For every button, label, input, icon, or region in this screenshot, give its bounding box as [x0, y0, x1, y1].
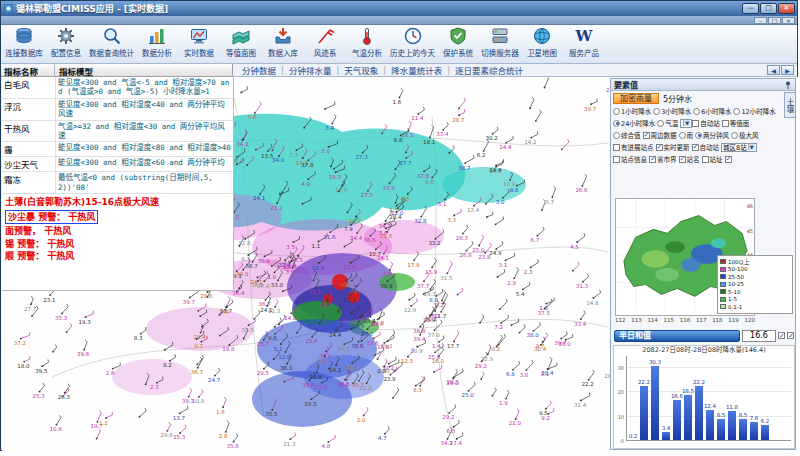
halfday-checkbox-2[interactable]	[787, 332, 794, 339]
svg-text:5.1: 5.1	[274, 346, 283, 352]
svg-text:1.9: 1.9	[499, 400, 508, 406]
toolbar-button-server[interactable]: 切换服务器	[479, 26, 521, 62]
tab-2[interactable]: 分钟排水量	[284, 64, 337, 76]
toolbar-button-wind[interactable]: 风迹系	[304, 26, 346, 62]
svg-text:12.8: 12.8	[278, 354, 291, 360]
tab-1[interactable]: 分钟数据	[237, 64, 281, 76]
svg-text:14.8: 14.8	[586, 300, 599, 306]
check-自动站[interactable]: 自动站	[692, 142, 720, 152]
indicator-model-cell: 气温>=32 and 相对湿度<30 and 两分钟平均风速	[56, 121, 233, 142]
check-省市界[interactable]: 省市界	[649, 154, 677, 164]
encrypted-rain-button[interactable]: 加密雨量	[613, 93, 659, 104]
radio-1小时降水[interactable]: 1小时降水	[613, 106, 651, 116]
alert-line: 锡 预警： 干热风	[5, 238, 230, 251]
svg-text:37.0: 37.0	[427, 332, 440, 338]
toolbar-button-realtime[interactable]: 实时数据	[178, 26, 220, 62]
toolbar-button-contour[interactable]: 等值面图	[220, 26, 262, 62]
radio-气温[interactable]: 气温	[657, 118, 678, 128]
check-站名[interactable]: 站名	[679, 154, 700, 164]
pin-icon[interactable]	[784, 81, 792, 89]
checkbox-indicator	[613, 156, 620, 163]
table-row[interactable]: 浮沉能见度<300 and 相对湿度<40 and 两分钟平均风速	[2, 99, 233, 121]
content-area: 25.020.01.333.723.927.70.611.129.236.228…	[2, 77, 798, 451]
lat-tick: 45	[747, 228, 753, 234]
minimize-button[interactable]: —	[742, 3, 759, 14]
mdi-restore-button[interactable]: □	[768, 17, 781, 24]
soil-tab[interactable]: 土壤	[784, 92, 795, 118]
toolbar-button-analysis[interactable]: 数据分析	[136, 26, 178, 62]
svg-text:35.5: 35.5	[352, 382, 365, 388]
radio-24小时降水[interactable]: 24小时降水	[613, 118, 655, 128]
radio-6小时降水[interactable]: 6小时降水	[693, 106, 731, 116]
tab-4[interactable]: 降水量统计表	[386, 64, 447, 76]
check-自动站[interactable]: 自动站	[692, 118, 720, 128]
chart-bar: 8.5	[717, 419, 725, 440]
mdi-minimize-button[interactable]: –	[754, 17, 767, 24]
chart-ytick: 30	[614, 365, 624, 371]
contour-icon	[231, 26, 251, 46]
toolbar-button-satellite[interactable]: 卫星地图	[521, 26, 563, 62]
tab-strip: 分钟数据|分钟排水量|天气现象|降水量统计表|逐日要素综合统计 ◀ ▶	[233, 64, 797, 77]
radio-indicator	[613, 132, 620, 139]
tab-5[interactable]: 逐日要素综合统计	[450, 64, 528, 76]
toolbar-button-import[interactable]: 数据入库	[262, 26, 304, 62]
toolbar-button-temperature[interactable]: 气温分析	[346, 26, 388, 62]
radio-雨[interactable]: 雨	[679, 130, 694, 140]
table-row[interactable]: 霜冻最低气温<0 and (substring(日期时间,5,2))'08'	[2, 172, 233, 194]
table-row[interactable]: 白毛风能见度<300 and 气温<-5 and 相对湿度>70 and (气温…	[2, 77, 233, 99]
toolbar-button-gear[interactable]: 配置信息	[45, 26, 87, 62]
check-有进展站点[interactable]: 有进展站点	[613, 142, 654, 152]
svg-text:22.0: 22.0	[509, 420, 522, 426]
alert-line: 沙尘暴 预警： 干热风	[5, 210, 98, 225]
svg-text:5.1: 5.1	[438, 201, 447, 207]
five-minute-label[interactable]: 5分钟水	[663, 93, 692, 104]
table-row[interactable]: 沙尘天气能见度<300 and 相对湿度<60 and 两分钟平均	[2, 157, 233, 172]
svg-text:12.9: 12.9	[404, 307, 417, 313]
svg-text:6.8: 6.8	[506, 371, 515, 377]
tab-scroll-right-button[interactable]: ▶	[781, 65, 794, 75]
svg-text:25.0: 25.0	[472, 247, 485, 253]
mdi-close-button[interactable]: ×	[782, 17, 795, 24]
check-站点信息[interactable]: 站点信息	[613, 154, 647, 164]
toolbar-button-database[interactable]: 连接数据库	[3, 26, 45, 62]
table-row[interactable]: 干热风气温>=32 and 相对湿度<30 and 两分钟平均风速	[2, 121, 233, 143]
radio-3小时降水[interactable]: 3小时降水	[653, 106, 691, 116]
halfday-checkbox-1[interactable]	[778, 332, 785, 339]
radio-极大风[interactable]: 极大风	[731, 130, 759, 140]
radio-综合值[interactable]: 综合值	[613, 130, 641, 140]
tab-3[interactable]: 天气现象	[339, 64, 383, 76]
close-button[interactable]: ✕	[778, 3, 795, 14]
radio-12小时降水[interactable]: 12小时降水	[733, 106, 775, 116]
toolbar-button-search[interactable]: 数据查询统计	[87, 26, 136, 62]
tab-scroll-left-button[interactable]: ◀	[767, 65, 780, 75]
svg-text:37.2: 37.2	[14, 340, 26, 346]
dropdown[interactable]: ▼	[680, 119, 692, 128]
toolbar-button-products[interactable]: W服务产品	[563, 26, 605, 62]
chart-ytick: 20	[614, 389, 624, 395]
check-实时更新[interactable]: 实时更新	[656, 142, 690, 152]
check-周边数据[interactable]: 周边数据	[643, 130, 677, 140]
chart-bar: 22.2	[695, 386, 703, 440]
check-站址[interactable]: 站址	[702, 154, 723, 164]
svg-text:33.2: 33.2	[428, 240, 440, 246]
legend-label: 10-25	[728, 281, 744, 287]
svg-text:13.5: 13.5	[261, 153, 274, 159]
radio-两分钟风[interactable]: 两分钟风	[695, 130, 729, 140]
chart-bar-value: 18.5	[680, 388, 696, 394]
search-icon	[102, 26, 122, 46]
toolbar-button-shield[interactable]: 保护系统	[437, 26, 479, 62]
svg-text:35.5: 35.5	[265, 411, 278, 417]
table-row[interactable]: 霾能见度<300 and 相对湿度<80 and 相对湿度>40	[2, 142, 233, 157]
svg-text:14.4: 14.4	[499, 144, 512, 150]
legend-label: 25-50	[728, 274, 744, 280]
svg-text:21.3: 21.3	[283, 441, 296, 447]
dropdown[interactable]: 城区8站▼	[721, 143, 757, 152]
toolbar-button-history[interactable]: 历史上的今天	[388, 26, 437, 62]
maximize-button[interactable]: □	[760, 3, 777, 14]
check-等值面[interactable]: 等值面	[722, 118, 750, 128]
column-header-name: 指标名称	[1, 64, 55, 76]
indicator-model-cell: 能见度<300 and 相对湿度<80 and 相对湿度>40	[56, 142, 233, 156]
checkbox-indicator	[692, 144, 699, 151]
check-blank[interactable]	[725, 156, 732, 163]
svg-text:27.7: 27.7	[399, 160, 412, 166]
